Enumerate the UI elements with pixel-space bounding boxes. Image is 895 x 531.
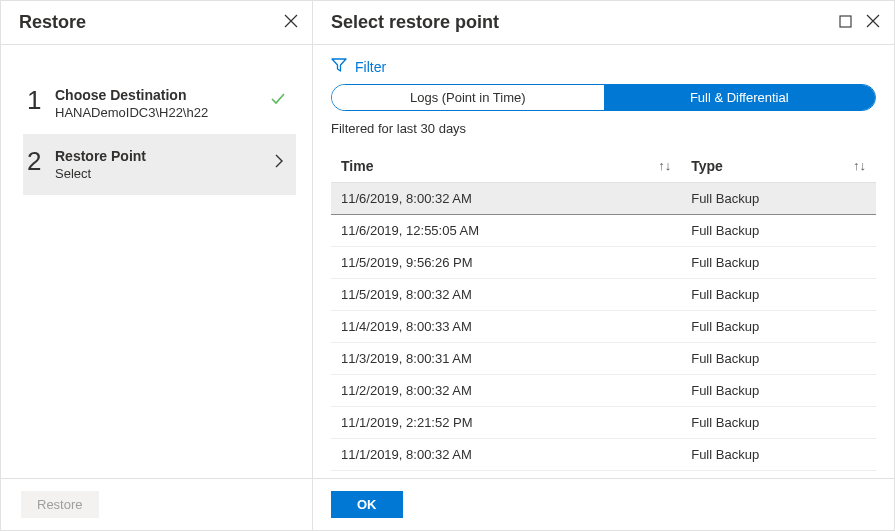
cell-type: Full Backup [681,311,876,343]
cell-type: Full Backup [681,247,876,279]
step-number: 1 [27,87,55,113]
step-subtitle: HANADemoIDC3\H22\h22 [55,105,286,120]
svg-rect-0 [840,16,851,27]
cell-type: Full Backup [681,279,876,311]
step-choose-destination[interactable]: 1 Choose Destination HANADemoIDC3\H22\h2… [23,73,296,134]
restore-point-content: Logs (Point in Time) Full & Differential… [313,84,894,478]
filtered-range-label: Filtered for last 30 days [331,121,890,136]
wizard-steps: 1 Choose Destination HANADemoIDC3\H22\h2… [1,45,312,478]
cell-type: Full Backup [681,215,876,247]
table-row[interactable]: 11/1/2019, 2:21:52 PMFull Backup [331,407,876,439]
cell-time: 11/2/2019, 8:00:32 AM [331,375,681,407]
step-restore-point[interactable]: 2 Restore Point Select [23,134,296,195]
cell-time: 11/5/2019, 9:56:26 PM [331,247,681,279]
sort-icon: ↑↓ [853,158,866,173]
ok-button[interactable]: OK [331,491,403,518]
close-icon[interactable] [284,14,298,31]
cell-time: 11/1/2019, 8:00:32 AM [331,439,681,471]
filter-label: Filter [355,59,386,75]
restore-footer: Restore [1,478,312,530]
cell-type: Full Backup [681,183,876,215]
cell-time: 11/3/2019, 8:00:31 AM [331,343,681,375]
close-icon[interactable] [866,14,880,31]
restore-header: Restore [1,1,312,45]
restore-type-tabs: Logs (Point in Time) Full & Differential [331,84,876,111]
restore-points-table: Time ↑↓ Type ↑↓ 11/6/2019, 8:00:32 AMFul… [331,150,876,471]
cell-time: 11/4/2019, 8:00:33 AM [331,311,681,343]
check-icon [270,91,286,110]
cell-type: Full Backup [681,439,876,471]
table-row[interactable]: 11/3/2019, 8:00:31 AMFull Backup [331,343,876,375]
step-number: 2 [27,148,55,174]
restore-title: Restore [19,12,86,33]
maximize-icon[interactable] [839,15,852,31]
table-row[interactable]: 11/4/2019, 8:00:33 AMFull Backup [331,311,876,343]
filter-button[interactable]: Filter [313,45,894,84]
step-subtitle: Select [55,166,286,181]
table-row[interactable]: 11/6/2019, 8:00:32 AMFull Backup [331,183,876,215]
step-title: Choose Destination [55,87,286,103]
cell-time: 11/1/2019, 2:21:52 PM [331,407,681,439]
table-row[interactable]: 11/6/2019, 12:55:05 AMFull Backup [331,215,876,247]
cell-type: Full Backup [681,375,876,407]
select-restore-point-header: Select restore point [313,1,894,45]
table-row[interactable]: 11/5/2019, 9:56:26 PMFull Backup [331,247,876,279]
filter-icon [331,57,347,76]
table-row[interactable]: 11/2/2019, 8:00:32 AMFull Backup [331,375,876,407]
step-title: Restore Point [55,148,286,164]
column-header-time[interactable]: Time ↑↓ [331,150,681,183]
cell-time: 11/6/2019, 8:00:32 AM [331,183,681,215]
sort-icon: ↑↓ [658,158,671,173]
tab-logs[interactable]: Logs (Point in Time) [332,85,604,110]
table-row[interactable]: 11/5/2019, 8:00:32 AMFull Backup [331,279,876,311]
select-restore-point-panel: Select restore point Filter Logs (Point … [313,1,894,530]
cell-time: 11/6/2019, 12:55:05 AM [331,215,681,247]
tab-full-differential[interactable]: Full & Differential [604,85,876,110]
chevron-right-icon [274,154,284,171]
restore-button[interactable]: Restore [21,491,99,518]
select-restore-point-title: Select restore point [331,12,499,33]
column-header-type[interactable]: Type ↑↓ [681,150,876,183]
cell-time: 11/5/2019, 8:00:32 AM [331,279,681,311]
table-row[interactable]: 11/1/2019, 8:00:32 AMFull Backup [331,439,876,471]
cell-type: Full Backup [681,343,876,375]
restore-panel: Restore 1 Choose Destination HANADemoIDC… [1,1,313,530]
cell-type: Full Backup [681,407,876,439]
select-restore-point-footer: OK [313,478,894,530]
